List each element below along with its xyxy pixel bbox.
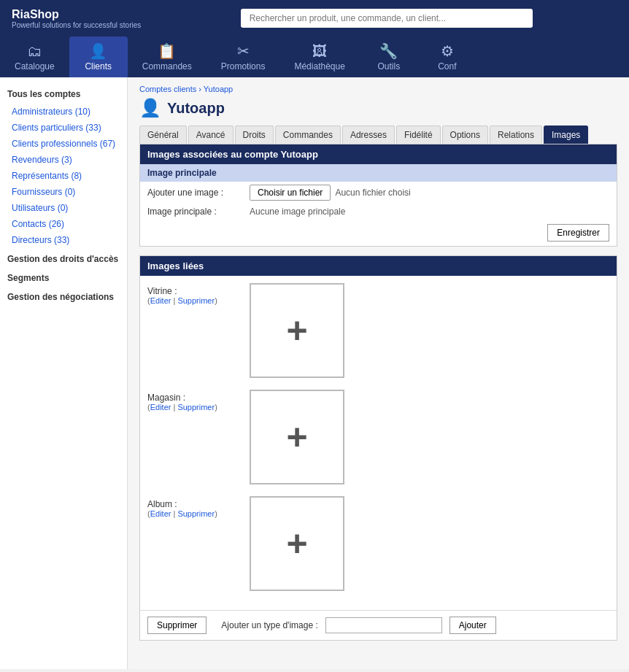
content-tab-adresses[interactable]: Adresses: [342, 125, 395, 144]
save-row: Enregistrer: [140, 220, 617, 246]
content-tab-commandes[interactable]: Commandes: [275, 125, 341, 144]
album-actions: (Editer | Supprimer): [147, 509, 250, 518]
clients-icon: 👤: [89, 42, 107, 60]
tab-outils[interactable]: 🔧 Outils: [360, 36, 418, 77]
outils-icon: 🔧: [379, 42, 398, 60]
tab-catalogue-label: Catalogue: [15, 61, 55, 72]
magasin-label-col: Magasin : (Editer | Supprimer): [147, 390, 250, 412]
main-image-label: Image principale :: [147, 206, 250, 217]
content-tab-options[interactable]: Options: [442, 125, 488, 144]
vitrine-delete-link[interactable]: Supprimer: [177, 296, 215, 305]
content-tab-general[interactable]: Général: [139, 125, 187, 144]
linked-images-card: Images liées Vitrine : (Editer | Supprim…: [139, 255, 617, 641]
sidebar-all-accounts-title: Tous les comptes: [0, 85, 127, 104]
album-delete-link[interactable]: Supprimer: [177, 509, 215, 518]
vitrine-image-placeholder[interactable]: +: [250, 283, 344, 378]
sidebar-item-contacts[interactable]: Contacts (26): [0, 216, 127, 232]
tab-promotions-label: Promotions: [221, 61, 266, 72]
vitrine-actions: (Editer | Supprimer): [147, 296, 250, 305]
tab-outils-label: Outils: [378, 61, 401, 72]
sidebar-item-fournisseurs[interactable]: Fournisseurs (0): [0, 184, 127, 200]
layout: Tous les comptes Administrateurs (10) Cl…: [0, 77, 629, 669]
brand: RiaShop Powerful solutions for successfu…: [12, 8, 141, 29]
magasin-edit-link[interactable]: Editer: [150, 403, 171, 412]
album-label-col: Album : (Editer | Supprimer): [147, 496, 250, 518]
tab-conf[interactable]: ⚙ Conf: [418, 36, 476, 77]
content-tab-images[interactable]: Images: [544, 125, 588, 144]
images-card: Images associées au compte Yutoapp Image…: [139, 144, 617, 247]
main-image-row: Image principale : Aucune image principa…: [140, 204, 617, 220]
nav-tabs-bar: 🗂 Catalogue 👤 Clients 📋 Commandes ✂ Prom…: [0, 36, 629, 77]
tab-catalogue[interactable]: 🗂 Catalogue: [0, 37, 69, 77]
magasin-delete-link[interactable]: Supprimer: [177, 403, 215, 412]
sidebar-item-representants[interactable]: Représentants (8): [0, 168, 127, 184]
tab-conf-label: Conf: [438, 61, 456, 72]
linked-image-row-vitrine: Vitrine : (Editer | Supprimer) +: [147, 283, 609, 378]
linked-images-section: Vitrine : (Editer | Supprimer) + M: [140, 276, 617, 610]
breadcrumb: Comptes clients › Yutoapp: [139, 85, 617, 93]
content-tab-fidelite[interactable]: Fidélité: [396, 125, 441, 144]
magasin-plus-icon: +: [286, 419, 307, 455]
magasin-image-placeholder[interactable]: +: [250, 390, 344, 484]
main-content: Comptes clients › Yutoapp 👤 Yutoapp Géné…: [128, 77, 629, 669]
sidebar-section-droits[interactable]: Gestion des droits d'accès: [0, 248, 127, 267]
breadcrumb-parent[interactable]: Comptes clients: [139, 85, 196, 93]
brand-name: RiaShop: [12, 8, 141, 21]
tab-mediatheque-label: Médiathèque: [294, 61, 344, 72]
conf-icon: ⚙: [441, 42, 454, 60]
brand-tagline: Powerful solutions for successful storie…: [12, 21, 141, 29]
tab-promotions[interactable]: ✂ Promotions: [207, 36, 280, 77]
vitrine-edit-link[interactable]: Editer: [150, 296, 171, 305]
add-button[interactable]: Ajouter: [449, 617, 496, 634]
mediatheque-icon: 🖼: [312, 43, 327, 60]
vitrine-type-name: Vitrine :: [147, 286, 250, 296]
sidebar: Tous les comptes Administrateurs (10) Cl…: [0, 77, 128, 669]
linked-image-row-magasin: Magasin : (Editer | Supprimer) +: [147, 390, 609, 484]
sidebar-section-negociations[interactable]: Gestion des négociations: [0, 286, 127, 305]
save-button[interactable]: Enregistrer: [547, 224, 609, 242]
sidebar-item-clients-pro[interactable]: Clients professionnels (67): [0, 136, 127, 152]
album-type-name: Album :: [147, 499, 250, 509]
sidebar-item-admins[interactable]: Administrateurs (10): [0, 104, 127, 120]
sidebar-item-directeurs[interactable]: Directeurs (33): [0, 232, 127, 248]
sidebar-item-clients-particuliers[interactable]: Clients particuliers (33): [0, 120, 127, 136]
catalogue-icon: 🗂: [27, 43, 42, 60]
album-edit-link[interactable]: Editer: [150, 509, 171, 518]
linked-image-row-album: Album : (Editer | Supprimer) +: [147, 496, 609, 591]
sidebar-item-revendeurs[interactable]: Revendeurs (3): [0, 152, 127, 168]
commandes-icon: 📋: [158, 42, 176, 60]
album-image-placeholder[interactable]: +: [250, 496, 344, 591]
sidebar-item-utilisateurs[interactable]: Utilisateurs (0): [0, 200, 127, 216]
bottom-bar: Supprimer Ajouter un type d'image : Ajou…: [140, 610, 617, 640]
tab-clients[interactable]: 👤 Clients: [69, 36, 128, 77]
search-container: [241, 9, 533, 28]
magasin-type-name: Magasin :: [147, 393, 250, 403]
sidebar-section-segments[interactable]: Segments: [0, 267, 127, 286]
add-type-label: Ajouter un type d'image :: [221, 620, 317, 630]
page-title-row: 👤 Yutoapp: [139, 98, 617, 118]
magasin-actions: (Editer | Supprimer): [147, 403, 250, 412]
album-plus-icon: +: [286, 525, 307, 562]
breadcrumb-current: Yutoapp: [204, 85, 233, 93]
vitrine-label-col: Vitrine : (Editer | Supprimer): [147, 283, 250, 305]
image-principale-subheader: Image principale: [140, 164, 617, 182]
tab-mediatheque[interactable]: 🖼 Médiathèque: [279, 37, 359, 77]
no-file-text: Aucun fichier choisi: [335, 188, 410, 198]
page-title: Yutoapp: [167, 100, 225, 117]
tab-commandes[interactable]: 📋 Commandes: [128, 36, 207, 77]
tab-commandes-label: Commandes: [142, 61, 192, 72]
content-tab-droits[interactable]: Droits: [235, 125, 274, 144]
promotions-icon: ✂: [237, 42, 250, 60]
vitrine-plus-icon: +: [286, 312, 307, 349]
add-type-input[interactable]: [325, 617, 442, 633]
no-main-image-text: Aucune image principale: [250, 206, 345, 217]
add-image-label: Ajouter une image :: [147, 188, 250, 198]
header: RiaShop Powerful solutions for successfu…: [0, 0, 629, 36]
content-tabs: Général Avancé Droits Commandes Adresses…: [139, 125, 617, 144]
content-tab-avance[interactable]: Avancé: [188, 125, 234, 144]
content-tab-relations[interactable]: Relations: [490, 125, 542, 144]
delete-button[interactable]: Supprimer: [147, 617, 207, 634]
images-card-header: Images associées au compte Yutoapp: [140, 144, 617, 164]
search-input[interactable]: [241, 9, 533, 28]
choose-file-button[interactable]: Choisir un fichier: [250, 185, 331, 201]
